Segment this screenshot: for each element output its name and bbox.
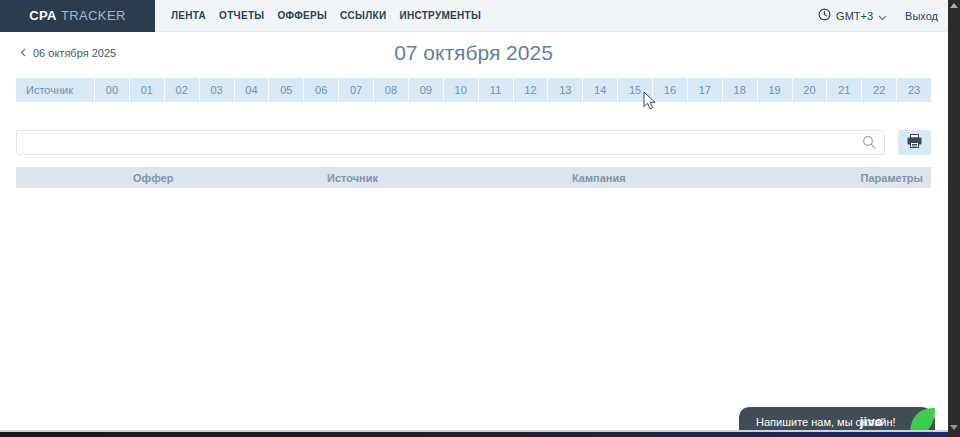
nav-item-feed[interactable]: ЛЕНТА [171,10,206,21]
topbar-menu: ЛЕНТАОТЧЕТЫОФФЕРЫССЫЛКИИНСТРУМЕНТЫ [171,0,481,31]
hour-bar-source-label: Источник [16,78,94,102]
app-window: CPA TRACKER ЛЕНТАОТЧЕТЫОФФЕРЫССЫЛКИИНСТР… [0,0,960,437]
hour-cell-22: 22 [861,78,896,102]
hour-cell-06: 06 [303,78,338,102]
search-field-wrap [16,130,885,155]
hour-cell-08: 08 [373,78,408,102]
nav-item-tools[interactable]: ИНСТРУМЕНТЫ [399,10,481,21]
nav-item-reports[interactable]: ОТЧЕТЫ [219,10,264,21]
column-header-offer: Оффер [125,172,319,184]
scroll-down-arrow-icon[interactable] [950,425,958,430]
hour-cell-18: 18 [722,78,757,102]
logout-link[interactable]: Выход [905,10,938,22]
hour-cell-16: 16 [652,78,687,102]
logo-text-bold: CPA [29,8,57,23]
column-header-campaign: Кампания [564,172,853,184]
hour-cell-05: 05 [268,78,303,102]
hour-cell-04: 04 [234,78,269,102]
logo-text-rest: TRACKER [61,8,126,23]
vertical-scrollbar[interactable] [948,0,960,437]
chevron-down-icon [878,7,887,25]
hour-bar: Источник 0001020304050607080910111213141… [16,78,931,102]
hour-cell-11: 11 [478,78,513,102]
timezone-dropdown[interactable]: GMT+3 [818,7,887,25]
hour-cell-23: 23 [896,78,931,102]
nav-item-offers[interactable]: ОФФЕРЫ [277,10,327,21]
hour-cell-00: 00 [94,78,129,102]
hour-cell-12: 12 [513,78,548,102]
hour-cell-02: 02 [164,78,199,102]
chat-brand-logo: jivo [860,414,883,429]
printer-icon [907,134,922,151]
taskbar-edge [0,432,960,437]
top-navbar: CPA TRACKER ЛЕНТАОТЧЕТЫОФФЕРЫССЫЛКИИНСТР… [0,0,960,32]
print-button[interactable] [898,130,931,155]
column-header-source: Источник [319,172,564,184]
column-header-params: Параметры [853,172,931,184]
app-logo[interactable]: CPA TRACKER [0,0,155,32]
hour-cell-15: 15 [617,78,652,102]
hour-cell-17: 17 [687,78,722,102]
hour-cell-13: 13 [547,78,582,102]
search-input[interactable] [16,130,885,155]
timezone-label: GMT+3 [836,10,873,22]
hour-cell-07: 07 [338,78,373,102]
scroll-up-arrow-icon[interactable] [950,3,958,8]
clock-icon [818,7,831,25]
page-title: 07 октября 2025 [16,41,931,65]
hour-cell-19: 19 [757,78,792,102]
hour-cell-21: 21 [826,78,861,102]
topbar-right-cluster: GMT+3 Выход [818,0,938,32]
hour-cell-20: 20 [792,78,827,102]
hour-cell-03: 03 [199,78,234,102]
table-header-row: ОфферИсточникКампанияПараметры [16,167,931,188]
hour-cell-01: 01 [129,78,164,102]
hour-cell-10: 10 [443,78,478,102]
hour-cells: 0001020304050607080910111213141516171819… [94,78,931,102]
hour-cell-14: 14 [582,78,617,102]
hour-cell-09: 09 [408,78,443,102]
nav-item-links[interactable]: ССЫЛКИ [340,10,386,21]
